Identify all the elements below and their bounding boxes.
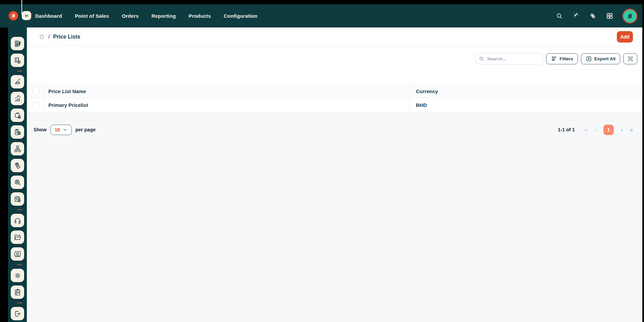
breadcrumb: / Price Lists: [39, 34, 80, 40]
nav-item-dashboard[interactable]: Dashboard: [35, 13, 62, 19]
chevron-down-icon: [63, 128, 67, 132]
last-page-button[interactable]: »: [630, 127, 633, 133]
sidebar-divider-dash: [17, 302, 22, 304]
documents-icon[interactable]: [11, 231, 24, 244]
nav-item-orders[interactable]: Orders: [122, 13, 139, 19]
brand-logo-icon: [10, 12, 17, 19]
row-currency-cell: BHD: [410, 98, 642, 112]
nav-item-configuration[interactable]: Configuration: [224, 13, 258, 19]
nav-item-point-of-sales[interactable]: Point of Sales: [75, 13, 109, 19]
header-name-cell: Price List Name: [44, 84, 410, 98]
main-nav: Dashboard Point of Sales Orders Reportin…: [35, 4, 258, 27]
app-root: Dashboard Point of Sales Orders Reportin…: [0, 0, 644, 322]
current-page-button[interactable]: 1: [603, 125, 614, 135]
show-label: Show: [34, 127, 47, 132]
daily-report-icon[interactable]: [11, 37, 24, 50]
icon-sidebar: [8, 27, 27, 322]
billing-clipboard-icon[interactable]: [11, 125, 24, 139]
logout-icon[interactable]: [11, 307, 24, 320]
select-all-checkbox[interactable]: [33, 88, 39, 94]
next-page-button[interactable]: ›: [621, 127, 623, 133]
sidebar-divider-dash: [17, 70, 22, 72]
price-lists-table: Price List Name Currency Primary Priceli…: [28, 84, 642, 121]
hierarchy-icon[interactable]: [11, 142, 24, 155]
row-checkbox[interactable]: [33, 102, 39, 109]
header-currency-cell: Currency: [410, 84, 642, 98]
add-product-icon[interactable]: [11, 109, 24, 122]
breadcrumb-current-page: Price Lists: [53, 34, 80, 40]
nav-item-products[interactable]: Products: [189, 13, 211, 19]
list-toolbar: Filters Export All: [475, 53, 637, 64]
currency-value: BHD: [416, 102, 427, 108]
magic-wand-icon[interactable]: [572, 12, 580, 20]
table-row[interactable]: Primary Pricelist BHD: [28, 98, 642, 112]
staff-icon[interactable]: [11, 285, 24, 299]
row-checkbox-cell: [28, 98, 44, 112]
page-size-select[interactable]: 10: [50, 125, 72, 135]
export-all-button[interactable]: Export All: [581, 53, 620, 64]
filters-button[interactable]: Filters: [546, 53, 578, 64]
sidebar-collapse-button[interactable]: [22, 11, 31, 20]
breadcrumb-separator: /: [48, 34, 50, 40]
search-input[interactable]: [487, 56, 539, 61]
sales-growth-icon[interactable]: [11, 92, 24, 105]
list-panel: Filters Export All: [28, 46, 642, 120]
search-icon[interactable]: [555, 12, 563, 20]
fullscreen-icon: [627, 56, 634, 62]
strip-name-cell: [44, 112, 410, 120]
topbar-actions: [555, 4, 637, 27]
support-icon[interactable]: [11, 214, 24, 227]
fullscreen-button[interactable]: [623, 53, 637, 64]
strip-currency-cell: [410, 112, 642, 120]
calendar-icon[interactable]: [11, 192, 24, 206]
nav-item-reporting[interactable]: Reporting: [152, 13, 176, 19]
page-navigation: 1-1 of 1 « ‹ 1 › »: [558, 125, 633, 135]
table-header-row: Price List Name Currency: [28, 84, 642, 98]
row-name-cell: Primary Pricelist: [44, 98, 410, 112]
customer-search-icon[interactable]: [11, 176, 24, 189]
filter-funnel-icon: [551, 56, 557, 62]
sidebar-divider-dash: [17, 209, 22, 210]
apps-grid-icon[interactable]: [606, 12, 613, 20]
previous-page-button[interactable]: ‹: [594, 127, 596, 133]
per-page-label: per page: [75, 127, 96, 132]
price-list-name-value: Primary Pricelist: [48, 102, 88, 108]
collapse-left-icon: [24, 13, 29, 18]
search-input-icon: [479, 56, 484, 62]
display-icon[interactable]: [11, 247, 24, 261]
pos-terminal-icon[interactable]: [11, 159, 24, 172]
main-content: / Price Lists Add Filters: [28, 27, 642, 322]
avatar-logo-icon: [626, 12, 634, 20]
export-all-button-label: Export All: [594, 56, 615, 61]
home-icon[interactable]: [39, 34, 45, 40]
table-footer-strip: [28, 112, 642, 121]
food-service-icon[interactable]: [11, 75, 24, 88]
pagination-range-label: 1-1 of 1: [558, 127, 575, 132]
settings-icon[interactable]: [11, 269, 24, 282]
sidebar-content-divider: [27, 27, 28, 322]
page-size-value: 10: [55, 127, 60, 132]
page-size-control: Show 10 per page: [34, 125, 96, 135]
first-page-button[interactable]: «: [584, 127, 587, 133]
calculator-coins-icon[interactable]: [11, 54, 24, 67]
sidebar-divider-dash: [17, 264, 22, 265]
search-box: [475, 53, 543, 64]
filters-button-label: Filters: [559, 56, 573, 61]
user-avatar[interactable]: [623, 9, 637, 23]
breadcrumb-bar: / Price Lists Add: [28, 27, 642, 46]
pagination-bar: Show 10 per page 1-1 of 1 « ‹ 1 › »: [28, 124, 642, 136]
column-header-currency: Currency: [416, 88, 438, 94]
column-header-price-list-name: Price List Name: [48, 88, 86, 94]
header-checkbox-cell: [28, 84, 44, 98]
brand-logo[interactable]: [9, 11, 18, 20]
add-button[interactable]: Add: [617, 31, 633, 43]
strip-checkbox-cell: [28, 112, 44, 120]
export-download-icon: [586, 56, 592, 62]
attachment-icon[interactable]: [589, 12, 597, 20]
